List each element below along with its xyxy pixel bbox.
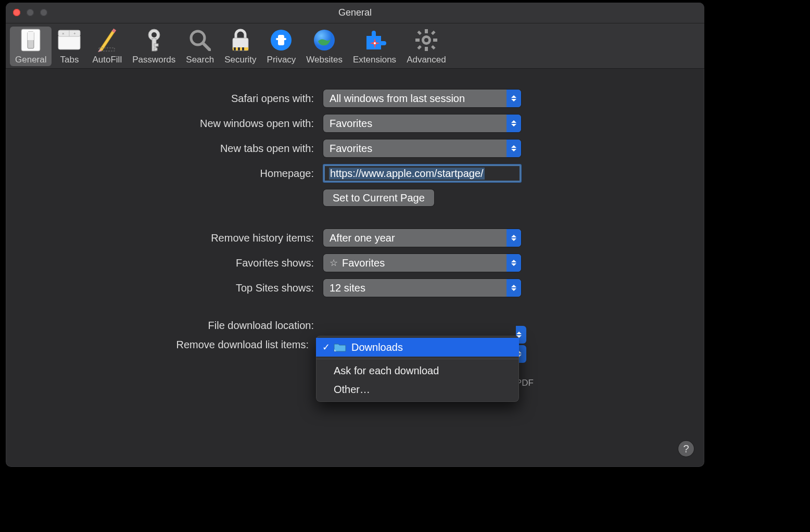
select-new-tabs-open-with[interactable]: Favorites (323, 140, 521, 157)
advanced-icon (414, 28, 439, 53)
svg-rect-35 (433, 39, 437, 42)
menu-item-label: Ask for each download (334, 365, 439, 377)
titlebar: General (6, 3, 704, 23)
svg-rect-3 (58, 35, 80, 49)
general-icon (18, 28, 43, 53)
button-set-to-current-page[interactable]: Set to Current Page (323, 189, 434, 206)
folder-icon (334, 343, 346, 352)
privacy-icon (269, 28, 294, 53)
tabs-icon: × + (57, 28, 82, 53)
svg-point-13 (151, 32, 157, 37)
select-value: After one year (330, 232, 395, 244)
menu-item-other[interactable]: Other… (316, 380, 519, 399)
autofill-icon (95, 28, 120, 53)
window-controls (13, 9, 47, 16)
menu-separator (316, 359, 519, 359)
checkmark-icon: ✓ (322, 341, 334, 353)
help-button[interactable]: ? (678, 441, 694, 457)
svg-point-30 (374, 42, 376, 44)
tab-search[interactable]: Search (181, 27, 219, 66)
minimize-window-button[interactable] (27, 9, 34, 16)
svg-rect-37 (431, 31, 435, 35)
svg-rect-33 (425, 47, 428, 51)
label-remove-history-items: Remove history items: (27, 232, 323, 244)
select-favorites-shows[interactable]: ☆ Favorites (323, 254, 521, 272)
stepper-arrows-icon (507, 140, 521, 157)
svg-rect-15 (154, 44, 158, 46)
select-value: Favorites (342, 257, 385, 269)
tab-tabs[interactable]: × + Tabs (52, 27, 87, 66)
search-icon (187, 28, 212, 53)
tab-general[interactable]: General (10, 27, 52, 66)
zoom-window-button[interactable] (40, 9, 47, 16)
label-homepage: Homepage: (27, 168, 323, 180)
tab-privacy[interactable]: Privacy (262, 27, 301, 66)
star-icon: ☆ (330, 257, 338, 269)
tab-label: AutoFill (92, 55, 122, 65)
svg-rect-39 (431, 45, 435, 49)
label-safari-opens-with: Safari opens with: (27, 93, 323, 105)
label-top-sites-shows: Top Sites shows: (27, 282, 323, 294)
label-new-windows-open-with: New windows open with: (27, 118, 323, 130)
svg-rect-16 (154, 48, 157, 50)
tab-label: Passwords (132, 55, 175, 65)
select-remove-history-items[interactable]: After one year (323, 229, 521, 247)
svg-rect-27 (283, 38, 286, 40)
svg-text:+: + (73, 31, 76, 36)
menu-item-label: Downloads (351, 341, 403, 353)
select-new-windows-open-with[interactable]: Favorites (323, 115, 521, 132)
svg-line-18 (203, 43, 210, 50)
close-window-button[interactable] (13, 9, 20, 16)
preferences-window: General General × + (6, 3, 704, 467)
window-title: General (338, 7, 372, 18)
svg-rect-38 (417, 45, 421, 49)
tab-label: Advanced (407, 55, 446, 65)
tab-autofill[interactable]: AutoFill (87, 27, 127, 66)
tab-websites[interactable]: Websites (301, 27, 348, 66)
websites-icon (312, 28, 337, 53)
tab-label: Websites (306, 55, 343, 65)
svg-point-40 (424, 38, 428, 42)
menu-item-downloads[interactable]: ✓ Downloads (316, 338, 519, 357)
svg-rect-26 (276, 38, 279, 40)
select-value: Favorites (330, 118, 372, 130)
tab-label: General (15, 55, 46, 65)
svg-rect-23 (242, 47, 244, 50)
svg-rect-22 (238, 47, 240, 50)
svg-rect-32 (425, 29, 428, 33)
menu-item-ask-each-download[interactable]: Ask for each download (316, 361, 519, 380)
select-value: 12 sites (330, 282, 365, 294)
input-value: https://www.apple.com/startpage/ (329, 168, 485, 180)
passwords-icon (142, 28, 167, 53)
label-favorites-shows: Favorites shows: (27, 257, 323, 269)
stepper-arrows-icon (507, 279, 521, 297)
menu-item-label: Other… (334, 384, 370, 396)
svg-rect-25 (278, 35, 284, 45)
menu-file-download-location[interactable]: ✓ Downloads Ask for each download Other… (316, 336, 519, 402)
label-file-download-location: File download location: (27, 320, 323, 332)
tab-label: Search (186, 55, 214, 65)
stepper-arrows-icon (507, 254, 521, 272)
input-homepage[interactable]: https://www.apple.com/startpage/ (323, 164, 521, 182)
select-top-sites-shows[interactable]: 12 sites (323, 279, 521, 297)
svg-rect-21 (234, 47, 236, 50)
svg-text:×: × (62, 31, 65, 36)
select-value: All windows from last session (330, 93, 465, 105)
select-value: Favorites (330, 143, 372, 155)
tab-passwords[interactable]: Passwords (127, 27, 181, 66)
select-safari-opens-with[interactable]: All windows from last session (323, 90, 521, 107)
tab-extensions[interactable]: Extensions (348, 27, 401, 66)
svg-rect-34 (415, 39, 420, 42)
stepper-arrows-icon (507, 115, 521, 132)
help-icon: ? (683, 443, 689, 455)
tab-advanced[interactable]: Advanced (401, 27, 451, 66)
label-remove-download-list-items: Remove download list items: (27, 339, 323, 351)
tab-label: Tabs (60, 55, 79, 65)
security-icon (228, 28, 253, 53)
tab-security[interactable]: Security (219, 27, 261, 66)
svg-rect-36 (417, 31, 421, 35)
extensions-icon (362, 28, 387, 53)
stepper-arrows-icon (507, 90, 521, 107)
tab-label: Security (224, 55, 256, 65)
stepper-arrows-icon (507, 229, 521, 247)
